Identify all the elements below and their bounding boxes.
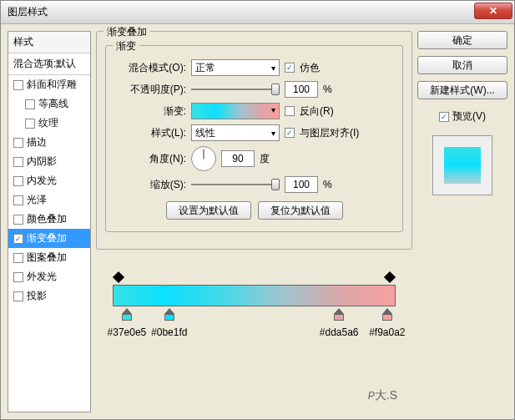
- style-checkbox[interactable]: [25, 119, 35, 129]
- style-label: 样式(L):: [114, 126, 186, 140]
- style-label: 光泽: [27, 193, 47, 207]
- titlebar: 图层样式 ✕: [1, 1, 514, 24]
- align-label: 与图层对齐(I): [300, 126, 359, 140]
- style-item-11[interactable]: 投影: [8, 286, 90, 306]
- opacity-label: 不透明度(P):: [114, 83, 186, 97]
- style-item-3[interactable]: 描边: [8, 133, 90, 152]
- scale-slider[interactable]: [191, 177, 280, 192]
- style-checkbox[interactable]: [13, 215, 23, 225]
- gradient-picker[interactable]: [191, 103, 280, 119]
- style-item-10[interactable]: 外发光: [8, 267, 90, 286]
- opacity-input[interactable]: [285, 81, 318, 98]
- gradient-label: 渐变:: [114, 104, 186, 119]
- dither-label: 仿色: [300, 61, 320, 75]
- style-label: 图案叠加: [27, 250, 67, 265]
- blending-options-item[interactable]: 混合选项:默认: [8, 53, 90, 75]
- style-select[interactable]: 线性: [191, 124, 280, 141]
- blend-mode-label: 混合模式(O):: [114, 61, 186, 75]
- style-checkbox[interactable]: [13, 80, 23, 90]
- styles-header: 样式: [8, 32, 90, 53]
- style-checkbox[interactable]: [13, 253, 23, 263]
- style-checkbox[interactable]: [25, 99, 35, 109]
- reset-default-button[interactable]: 复位为默认值: [258, 201, 343, 220]
- angle-unit: 度: [260, 152, 270, 166]
- style-item-5[interactable]: 内发光: [8, 171, 90, 190]
- panel-subtitle: 渐变: [113, 39, 139, 53]
- preview-box: [432, 135, 492, 195]
- window-title: 图层样式: [8, 5, 48, 19]
- style-checkbox[interactable]: [13, 234, 23, 244]
- new-style-button[interactable]: 新建样式(W)...: [417, 81, 507, 99]
- style-item-2[interactable]: 纹理: [8, 114, 90, 133]
- watermark: P大.S: [368, 368, 397, 407]
- style-label: 纹理: [38, 116, 58, 130]
- preview-checkbox[interactable]: [439, 112, 449, 122]
- style-label: 内阴影: [27, 154, 57, 169]
- scale-label: 缩放(S):: [114, 178, 186, 192]
- angle-label: 角度(N):: [114, 152, 186, 166]
- style-label: 内发光: [27, 174, 57, 188]
- style-item-4[interactable]: 内阴影: [8, 152, 90, 171]
- color-stop[interactable]: [333, 308, 345, 321]
- opacity-stop[interactable]: [385, 273, 395, 283]
- close-button[interactable]: ✕: [474, 3, 512, 19]
- style-item-9[interactable]: 图案叠加: [8, 248, 90, 267]
- style-checkbox[interactable]: [13, 176, 23, 186]
- style-label: 斜面和浮雕: [27, 78, 77, 92]
- color-stop[interactable]: [164, 308, 175, 321]
- style-checkbox[interactable]: [13, 291, 23, 301]
- style-label: 投影: [27, 289, 47, 303]
- angle-dial[interactable]: [191, 146, 216, 171]
- reverse-label: 反向(R): [300, 104, 334, 119]
- color-stop-label: #f9a0a2: [369, 326, 405, 338]
- gradient-bar[interactable]: [113, 285, 396, 306]
- style-item-7[interactable]: 颜色叠加: [8, 210, 90, 229]
- style-label: 颜色叠加: [27, 212, 67, 226]
- style-label: 外发光: [27, 270, 57, 284]
- color-stop-label: #0be1fd: [151, 326, 187, 338]
- set-default-button[interactable]: 设置为默认值: [166, 201, 251, 220]
- style-item-1[interactable]: 等高线: [8, 94, 90, 114]
- style-item-6[interactable]: 光泽: [8, 190, 90, 210]
- style-label: 等高线: [38, 97, 68, 111]
- style-item-0[interactable]: 斜面和浮雕: [8, 75, 90, 94]
- style-checkbox[interactable]: [13, 157, 23, 167]
- ok-button[interactable]: 确定: [417, 31, 507, 49]
- align-checkbox[interactable]: [285, 128, 295, 138]
- style-checkbox[interactable]: [13, 195, 23, 205]
- style-label: 描边: [27, 135, 47, 149]
- styles-list: 样式 混合选项:默认 斜面和浮雕等高线纹理描边内阴影内发光光泽颜色叠加渐变叠加图…: [8, 31, 91, 412]
- preview-label: 预览(V): [452, 109, 486, 124]
- panel-title: 渐变叠加: [104, 25, 150, 39]
- style-checkbox[interactable]: [13, 138, 23, 148]
- color-stop[interactable]: [121, 308, 133, 321]
- style-item-8[interactable]: 渐变叠加: [8, 229, 90, 248]
- color-stop[interactable]: [381, 308, 393, 321]
- dialog-buttons: 确定 取消 新建样式(W)... 预览(V): [417, 31, 507, 412]
- color-stop-label: #dda5a6: [320, 326, 359, 338]
- color-stop-label: #37e0e5: [108, 326, 147, 338]
- opacity-slider[interactable]: [191, 82, 280, 97]
- cancel-button[interactable]: 取消: [417, 56, 507, 74]
- dither-checkbox[interactable]: [285, 63, 295, 73]
- style-checkbox[interactable]: [13, 272, 23, 282]
- gradient-editor: #37e0e5#0be1fd#dda5a6#f9a0a2: [96, 275, 412, 350]
- opacity-stop[interactable]: [114, 273, 124, 283]
- style-label: 渐变叠加: [27, 231, 67, 245]
- reverse-checkbox[interactable]: [285, 106, 295, 116]
- gradient-overlay-panel: 渐变叠加 渐变 混合模式(O): 正常 仿色 不透明度(P): % 渐变:: [96, 31, 412, 412]
- scale-input[interactable]: [285, 176, 318, 193]
- angle-input[interactable]: [221, 150, 255, 167]
- blend-mode-select[interactable]: 正常: [191, 59, 280, 76]
